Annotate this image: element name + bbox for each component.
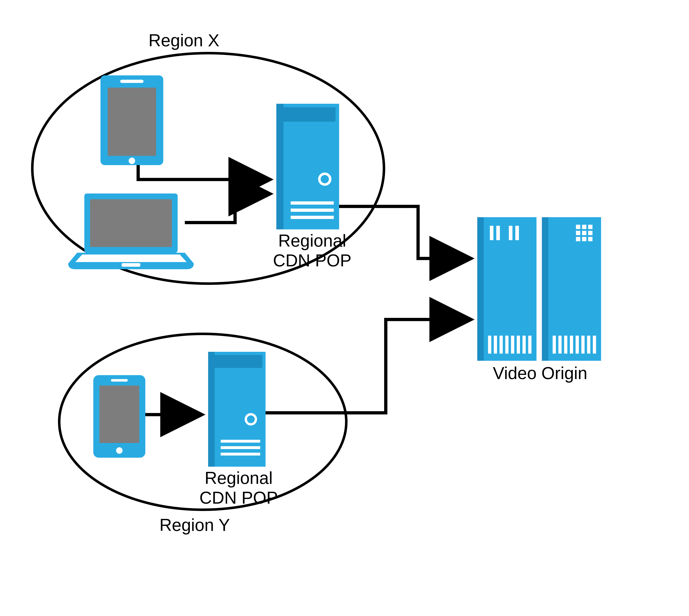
server-icon-region-y-cdn [208,352,266,467]
svg-rect-1 [108,88,156,156]
region-x-title: Region X [126,30,242,50]
svg-rect-20 [212,355,262,368]
svg-rect-33 [499,336,503,354]
svg-rect-28 [496,226,500,240]
svg-rect-55 [581,336,584,354]
phone-icon-region-y [93,375,145,458]
svg-rect-54 [576,336,579,354]
svg-rect-47 [576,237,580,241]
svg-rect-52 [564,336,568,354]
svg-rect-34 [505,336,509,354]
svg-rect-5 [90,199,172,247]
origin-label: Video Origin [477,363,603,383]
svg-rect-29 [509,226,512,240]
svg-rect-19 [208,352,215,467]
svg-rect-8 [276,104,284,229]
svg-rect-31 [488,336,491,354]
svg-rect-57 [593,336,596,354]
svg-rect-18 [208,352,266,467]
svg-rect-48 [582,237,586,241]
svg-rect-45 [582,231,586,235]
svg-point-16 [116,447,123,454]
laptop-icon-region-x [68,194,194,269]
tablet-icon-region-x [101,75,163,165]
svg-point-3 [129,158,135,164]
svg-rect-46 [588,231,593,235]
connector-tablet-to-cdn-x [138,165,269,179]
diagram-svg [0,0,689,616]
svg-rect-6 [121,263,140,267]
diagram-stage: Region X Regional CDN POP Regional CDN P… [0,0,689,616]
svg-rect-17 [111,379,128,381]
svg-rect-44 [576,231,580,235]
svg-rect-9 [280,107,335,122]
svg-rect-11 [291,201,334,205]
region-y-title: Region Y [136,515,253,535]
svg-rect-26 [477,217,484,361]
server-rack-icon-origin [477,217,601,361]
svg-rect-15 [99,386,139,443]
svg-rect-30 [515,226,519,240]
svg-rect-56 [587,336,590,354]
server-icon-region-x-cdn [276,104,339,229]
svg-rect-50 [553,336,556,354]
svg-rect-41 [576,225,580,229]
svg-rect-42 [582,225,586,229]
svg-rect-32 [494,336,497,354]
region-x-cdn-label: Regional CDN POP [266,231,359,270]
svg-rect-12 [291,208,334,212]
connector-laptop-to-cdn-x [185,194,269,223]
svg-rect-51 [558,336,562,354]
svg-rect-40 [542,217,548,361]
svg-rect-36 [517,336,520,354]
svg-rect-23 [221,446,260,449]
svg-rect-38 [528,336,531,354]
svg-rect-35 [511,336,514,354]
svg-rect-2 [120,80,143,83]
svg-rect-13 [291,216,334,219]
svg-rect-53 [570,336,573,354]
svg-rect-49 [588,237,593,241]
svg-rect-37 [523,336,526,354]
svg-rect-27 [490,226,493,240]
svg-rect-24 [221,453,260,456]
connector-cdn-y-to-origin [266,320,470,413]
svg-rect-43 [588,225,593,229]
svg-rect-22 [221,440,260,443]
region-y-cdn-label: Regional CDN POP [192,468,285,508]
